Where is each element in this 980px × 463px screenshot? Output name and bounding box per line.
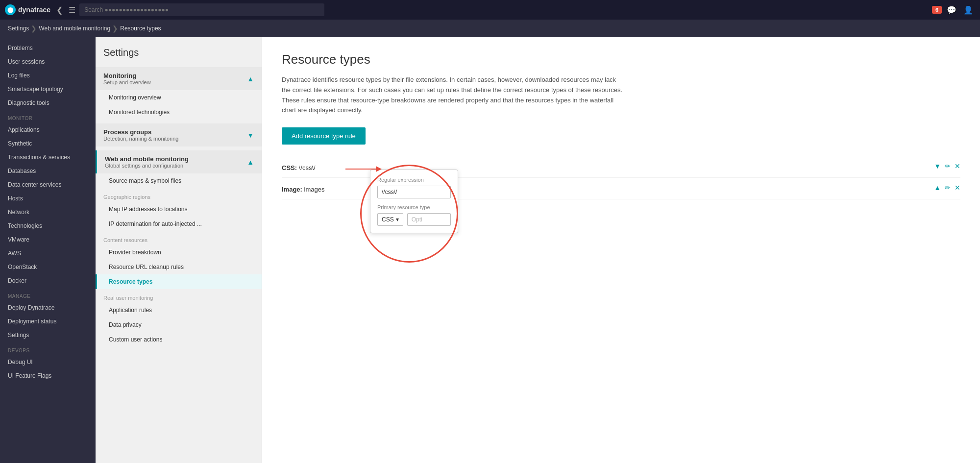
chat-icon[interactable]: 💬 [945,3,958,17]
sidebar-section-manage: Manage [0,288,96,301]
nav-ip-determination[interactable]: IP determination for auto-injected ... [96,217,262,231]
popup-primary-select[interactable]: CSS ▾ [377,213,403,226]
image-label-name: Image: [282,186,304,193]
nav-application-rules[interactable]: Application rules [96,303,262,317]
logo-text: dynatrace [18,6,50,14]
section-monitoring-header[interactable]: Monitoring Setup and overview ▲ [96,67,262,90]
real-user-monitoring-label: Real user monitoring [96,289,262,303]
css-row-actions: ▼ ✏ ✕ [934,162,960,170]
image-edit-icon[interactable]: ✏ [945,184,951,192]
sidebar-item-data-center[interactable]: Data center services [0,178,96,192]
popup-primary-value: CSS [382,216,394,223]
sidebar-section-monitor: Monitor [0,110,96,123]
sidebar-item-log-files[interactable]: Log files [0,69,96,82]
nav-resource-types[interactable]: Resource types [96,274,262,289]
sidebar-item-settings[interactable]: Settings [0,328,96,342]
geo-regions-label: Geographic regions [96,188,262,202]
image-move-up-icon[interactable]: ▲ [934,184,941,192]
content-area: Resource types Dynatrace identifies reso… [262,37,980,463]
breadcrumb-settings[interactable]: Settings [8,25,29,32]
sidebar-item-vmware[interactable]: VMware [0,233,96,246]
sidebar-item-user-sessions[interactable]: User sessions [0,55,96,69]
image-delete-icon[interactable]: ✕ [955,184,960,192]
css-edit-icon[interactable]: ✏ [945,162,951,170]
sidebar-item-databases[interactable]: Databases [0,164,96,178]
search-input[interactable] [79,3,324,16]
notification-badge[interactable]: 6 [932,6,942,14]
sidebar-section-devops: Devops [0,342,96,355]
sidebar: Problems User sessions Log files Smartsc… [0,37,96,463]
topbar-right: 6 💬 👤 [932,3,975,17]
section-web-mobile: Web and mobile monitoring Global setting… [96,150,262,347]
content-resources-label: Content resources [96,231,262,245]
nav-monitored-technologies[interactable]: Monitored technologies [96,105,262,120]
logo-icon: ⬤ [5,4,16,15]
monitoring-subtitle: Setup and overview [103,79,151,85]
css-move-down-icon[interactable]: ▼ [934,162,941,170]
add-resource-type-rule-button[interactable]: Add resource type rule [282,127,366,145]
web-mobile-subtitle: Global settings and configuration [105,163,189,169]
monitoring-toggle[interactable]: ▲ [247,75,254,83]
breadcrumb-web-mobile[interactable]: Web and mobile monitoring [39,25,110,32]
image-row-actions: ▲ ✏ ✕ [934,184,960,192]
sidebar-item-technologies[interactable]: Technologies [0,219,96,233]
section-process-groups: Process groups Detection, naming & monit… [96,123,262,146]
nav-custom-user-actions[interactable]: Custom user actions [96,332,262,347]
nav-icon[interactable]: ☰ [69,5,75,15]
nav-map-ip[interactable]: Map IP addresses to locations [96,202,262,217]
nav-source-maps[interactable]: Source maps & symbol files [96,173,262,188]
nav-data-privacy[interactable]: Data privacy [96,317,262,332]
settings-panel: Settings Monitoring Setup and overview ▲… [96,37,262,463]
css-delete-icon[interactable]: ✕ [955,162,960,170]
nav-provider-breakdown[interactable]: Provider breakdown [96,245,262,260]
sidebar-item-problems[interactable]: Problems [0,41,96,55]
process-groups-subtitle: Detection, naming & monitoring [103,136,178,142]
popup-selects: CSS ▾ Opti [377,213,451,226]
image-label-value: images [304,186,325,193]
process-groups-toggle[interactable]: ▼ [247,131,254,139]
topbar: ⬤ dynatrace ❮ ☰ 6 💬 👤 [0,0,980,20]
page-description: Dynatrace identifies resource types by t… [282,75,625,116]
breadcrumb: Settings ❯ Web and mobile monitoring ❯ R… [0,20,980,37]
css-label-value: \/css\/ [299,164,316,171]
monitoring-title: Monitoring [103,72,151,79]
back-button[interactable]: ❮ [54,3,65,17]
breadcrumb-sep-2: ❯ [112,24,118,32]
section-monitoring: Monitoring Setup and overview ▲ Monitori… [96,67,262,120]
popup-box: Regular expression Primary resource type… [370,170,458,233]
popup-dropdown-icon: ▾ [396,216,399,223]
sidebar-item-openstack[interactable]: OpenStack [0,260,96,274]
sidebar-item-diagnostic[interactable]: Diagnostic tools [0,96,96,110]
css-label-name: CSS: [282,164,299,171]
breadcrumb-sep-1: ❯ [31,24,37,32]
nav-monitoring-overview[interactable]: Monitoring overview [96,90,262,105]
web-mobile-toggle[interactable]: ▲ [247,158,254,166]
sidebar-item-applications[interactable]: Applications [0,123,96,137]
sidebar-item-transactions[interactable]: Transactions & services [0,150,96,164]
section-process-groups-header[interactable]: Process groups Detection, naming & monit… [96,123,262,146]
sidebar-item-docker[interactable]: Docker [0,274,96,288]
popup-primary-label: Primary resource type [377,204,451,210]
settings-panel-title: Settings [96,37,262,63]
nav-resource-url-cleanup[interactable]: Resource URL cleanup rules [96,260,262,274]
css-row-label: CSS: \/css\/ [282,162,380,171]
sidebar-item-debug-ui[interactable]: Debug UI [0,355,96,369]
sidebar-item-ui-feature-flags[interactable]: UI Feature Flags [0,369,96,383]
popup-regex-label: Regular expression [377,177,451,183]
sidebar-item-smartscape[interactable]: Smartscape topology [0,82,96,96]
sidebar-item-deployment-status[interactable]: Deployment status [0,315,96,328]
sidebar-item-aws[interactable]: AWS [0,246,96,260]
sidebar-item-network[interactable]: Network [0,205,96,219]
popup-secondary-input[interactable]: Opti [407,213,451,226]
process-groups-title: Process groups [103,128,178,136]
sidebar-item-hosts[interactable]: Hosts [0,192,96,205]
popup-regex-input[interactable] [377,186,451,198]
web-mobile-title: Web and mobile monitoring [105,155,189,163]
sidebar-item-deploy[interactable]: Deploy Dynatrace [0,301,96,315]
user-icon[interactable]: 👤 [961,3,975,17]
sidebar-item-synthetic[interactable]: Synthetic [0,137,96,150]
breadcrumb-resource-types[interactable]: Resource types [120,25,161,32]
popup-overlay: Regular expression Primary resource type… [370,170,458,233]
logo: ⬤ dynatrace [5,4,50,15]
section-web-mobile-header[interactable]: Web and mobile monitoring Global setting… [96,150,262,173]
